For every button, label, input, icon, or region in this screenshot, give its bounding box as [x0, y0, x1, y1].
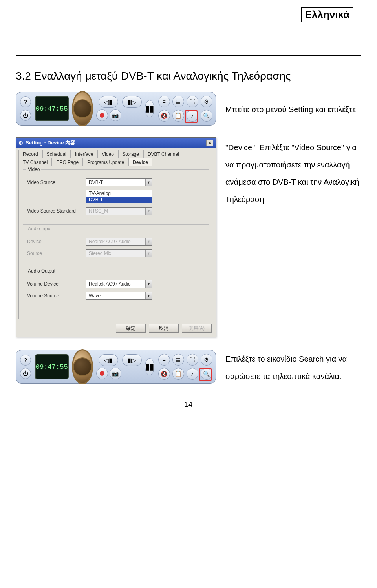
ai-device-value: Realtek AC97 Audio [86, 238, 145, 245]
chevron-down-icon: ▼ [145, 280, 152, 288]
chevron-down-icon: ▼ [145, 250, 152, 257]
language-box: Ελληνικά [301, 7, 353, 22]
chevron-down-icon: ▼ [145, 292, 152, 299]
ao-volume-source-label: Volume Source [27, 293, 82, 299]
ai-device-combo: Realtek AC97 Audio ▼ [86, 238, 152, 246]
media-player-bar: ? ⏻ 09:47:55 ◁▮ ▮▷ 📷 ▮▮ ≡ ▤ ⛶ ⚙ [16, 92, 216, 126]
dialog-titlebar: ⚙Setting - Device 內容 ✕ [16, 138, 216, 148]
tab-programs-update[interactable]: Programs Update [83, 158, 128, 166]
epg-icon-2[interactable]: ≡ [158, 354, 170, 366]
ai-device-label: Device [27, 239, 82, 244]
chevron-down-icon: ▼ [145, 238, 152, 245]
settings-dialog: ⚙Setting - Device 內容 ✕ Record Schedual I… [16, 137, 216, 337]
dialog-title: Setting - Device 內容 [26, 139, 75, 146]
vss-combo: NTSC_M ▼ [86, 207, 152, 215]
ok-button[interactable]: 確定 [116, 324, 146, 333]
video-source-value: DVB-T [86, 179, 145, 186]
list-icon-2[interactable]: 📋 [172, 368, 184, 380]
section-title: 3.2 Εναλλαγή μεταξύ DVB-T και Αναλογικής… [16, 70, 361, 82]
paragraph-2: Επιλέξτε το εικονίδιο Search για να σαρώ… [225, 349, 361, 385]
gear-icon: ⚙ [18, 140, 23, 146]
search-icon[interactable]: 🔍 [201, 110, 212, 122]
power-icon[interactable]: ⏻ [20, 368, 31, 379]
tab-schedual[interactable]: Schedual [42, 150, 71, 158]
media-player-bar-2: ? ⏻ 09:47:55 ◁▮ ▮▷ 📷 ▮▮ ≡ ▤ ⛶ ⚙ [16, 350, 216, 384]
dialog-body: Video Video Source DVB-T ▼ TV-Analog DVB… [18, 166, 213, 319]
player-time-display-2: 09:47:55 [35, 354, 69, 379]
next-button-2[interactable]: ▮▷ [122, 354, 142, 366]
ao-volume-device-label: Volume Device [27, 281, 82, 287]
group-audio-input: Audio Input Device Realtek AC97 Audio ▼ … [23, 229, 209, 267]
group-audio-output: Audio Output Volume Device Realtek AC97 … [23, 271, 209, 309]
ao-volume-source-value: Wave [86, 292, 145, 299]
paragraph-1-rest: "Device". Επιλέξτε "Video Source" για να… [225, 137, 361, 208]
prev-button-2[interactable]: ◁▮ [99, 354, 118, 366]
ao-volume-source-combo[interactable]: Wave ▼ [86, 292, 152, 300]
page-number: 14 [16, 400, 361, 409]
ao-volume-device-value: Realtek AC97 Audio [86, 280, 145, 288]
paragraph-1-part1: Μπείτε στο μενού Setting και επιλέξτε [225, 99, 361, 118]
para1-line1: Μπείτε στο μενού Setting και επιλέξτε [225, 105, 356, 114]
jog-dial-2[interactable] [72, 349, 93, 384]
settings-icon[interactable]: ⚙ [201, 96, 212, 107]
video-source-label: Video Source [27, 180, 82, 185]
dialog-tabs: Record Schedual Interface Video Storage … [16, 148, 216, 166]
highlight-search-icon [199, 368, 212, 381]
record-button-2[interactable] [96, 368, 108, 379]
tab-device[interactable]: Device [128, 158, 152, 166]
group-audio-output-label: Audio Output [26, 268, 57, 274]
ai-source-value: Stereo Mix [86, 250, 145, 257]
tab-epg-page[interactable]: EPG Page [52, 158, 83, 166]
group-video: Video Video Source DVB-T ▼ TV-Analog DVB… [23, 169, 209, 225]
fullscreen-icon-2[interactable]: ⛶ [187, 354, 198, 366]
next-button[interactable]: ▮▷ [122, 96, 142, 108]
tab-dvbt-channel[interactable]: DVBT Channel [143, 150, 183, 158]
header-rule [16, 55, 361, 56]
help-icon[interactable]: ? [20, 355, 31, 366]
fullscreen-icon[interactable]: ⛶ [187, 96, 198, 107]
audio-icon-2[interactable]: ♪ [187, 368, 198, 380]
teletext-icon-2[interactable]: ▤ [172, 354, 184, 366]
ai-source-combo: Stereo Mix ▼ [86, 249, 152, 257]
tab-storage[interactable]: Storage [118, 150, 143, 158]
tab-record[interactable]: Record [18, 150, 42, 158]
pause-button[interactable]: ▮▮ [145, 100, 154, 117]
settings-icon-2[interactable]: ⚙ [201, 354, 212, 366]
video-source-combo[interactable]: DVB-T ▼ [86, 178, 152, 186]
pause-button-2[interactable]: ▮▮ [145, 358, 154, 375]
close-icon[interactable]: ✕ [206, 140, 213, 146]
highlight-settings-icon [185, 110, 198, 123]
group-audio-input-label: Audio Input [26, 226, 53, 231]
snapshot-icon[interactable]: 📷 [110, 109, 121, 121]
group-video-label: Video [26, 167, 41, 172]
cancel-button[interactable]: 取消 [149, 324, 179, 333]
record-button[interactable] [96, 109, 108, 121]
tab-tv-channel[interactable]: TV Channel [18, 158, 52, 166]
vss-label: Video Source Standard [27, 208, 82, 214]
chevron-down-icon: ▼ [145, 179, 152, 186]
snapshot-icon-2[interactable]: 📷 [110, 368, 121, 379]
option-tv-analog[interactable]: TV-Analog [86, 190, 152, 197]
player-time-display: 09:47:55 [35, 96, 69, 121]
jog-dial[interactable] [72, 91, 93, 126]
option-dvbt[interactable]: DVB-T [86, 197, 152, 203]
power-icon[interactable]: ⏻ [20, 110, 31, 121]
vss-value: NTSC_M [86, 208, 145, 215]
list-icon[interactable]: 📋 [172, 110, 184, 122]
help-icon[interactable]: ? [20, 96, 31, 107]
ai-source-label: Source [27, 251, 82, 256]
epg-icon[interactable]: ≡ [158, 96, 170, 107]
teletext-icon[interactable]: ▤ [172, 96, 184, 107]
tab-interface[interactable]: Interface [71, 150, 98, 158]
ao-volume-device-combo[interactable]: Realtek AC97 Audio ▼ [86, 280, 152, 288]
video-source-dropdown: TV-Analog DVB-T [86, 190, 152, 203]
mute-icon[interactable]: 🔇 [158, 110, 170, 122]
tab-video[interactable]: Video [97, 150, 118, 158]
mute-icon-2[interactable]: 🔇 [158, 368, 170, 380]
apply-button: 套用(A) [182, 324, 212, 333]
prev-button[interactable]: ◁▮ [99, 96, 118, 108]
chevron-down-icon: ▼ [145, 208, 152, 215]
